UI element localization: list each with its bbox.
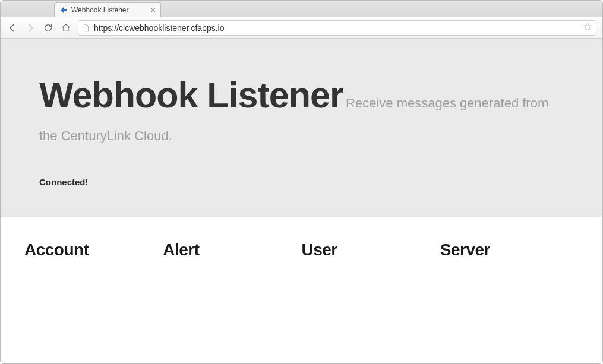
column-heading: Alert [163, 240, 301, 259]
column-alert: Alert [163, 240, 301, 259]
tab-title: Webhook Listener [71, 6, 146, 14]
tab-close-icon[interactable]: × [151, 6, 156, 14]
tab-strip: Webhook Listener × [1, 1, 602, 17]
url-text: https://clcwebhooklistener.cfapps.io [94, 23, 579, 33]
bookmark-star-icon[interactable] [583, 22, 592, 33]
browser-toolbar: https://clcwebhooklistener.cfapps.io [1, 17, 602, 39]
column-heading: Server [440, 240, 579, 259]
page-title: Webhook Listener [39, 75, 343, 115]
connection-status: Connected! [39, 177, 564, 187]
page-viewport: Webhook Listener Receive messages genera… [1, 39, 602, 364]
home-button[interactable] [60, 22, 72, 34]
browser-tab[interactable]: Webhook Listener × [54, 2, 161, 17]
tab-favicon-icon [59, 6, 68, 14]
column-account: Account [24, 240, 163, 259]
hero-section: Webhook Listener Receive messages genera… [1, 39, 602, 217]
column-server: Server [440, 240, 579, 259]
column-user: User [302, 240, 440, 259]
forward-button[interactable] [24, 22, 36, 34]
address-bar[interactable]: https://clcwebhooklistener.cfapps.io [78, 20, 596, 36]
column-heading: Account [24, 240, 163, 259]
category-columns: Account Alert User Server [1, 217, 602, 283]
back-button[interactable] [7, 22, 18, 34]
reload-button[interactable] [42, 22, 54, 34]
page-icon [82, 24, 90, 32]
column-heading: User [302, 240, 440, 259]
